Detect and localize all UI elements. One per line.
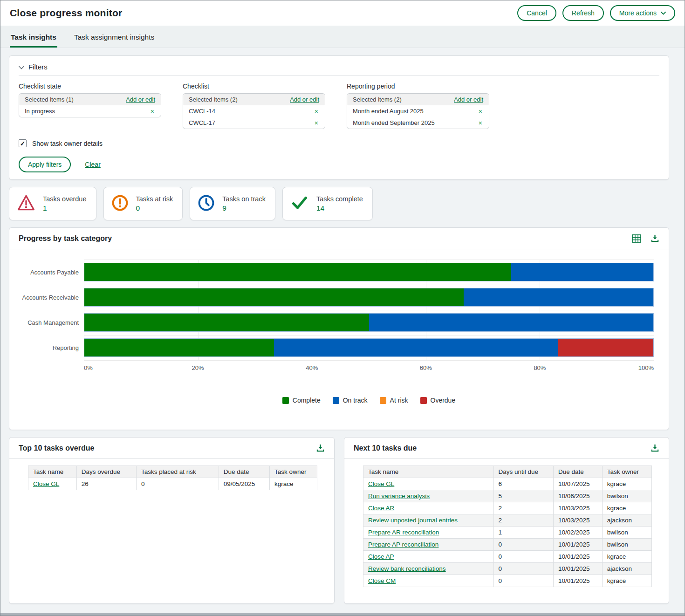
stacked-bar (84, 263, 654, 281)
axis-tick-label: 100% (638, 364, 654, 371)
page-title: Close progress monitor (10, 7, 122, 19)
kpi-value: 14 (316, 204, 363, 212)
legend-swatch (380, 397, 386, 404)
download-icon[interactable] (316, 444, 325, 452)
remove-item-icon[interactable]: × (478, 109, 483, 114)
selected-items-count: Selected items (2) (353, 96, 402, 103)
table-cell: kgrace (602, 502, 651, 514)
add-or-edit-link[interactable]: Add or edit (454, 96, 483, 103)
selected-item: In progress× (19, 105, 161, 117)
kpi-value: 9 (222, 204, 266, 212)
table-cell: 10/03/2025 (553, 502, 602, 514)
progress-by-category-panel: Progress by task category Accounts Payab… (9, 227, 669, 430)
table-cell: ajackson (602, 563, 651, 575)
download-icon[interactable] (651, 444, 659, 452)
check-icon (290, 194, 309, 213)
remove-item-icon[interactable]: × (314, 109, 319, 114)
table-cell: 5 (493, 490, 553, 502)
table-row: Close GL610/07/2025kgrace (363, 478, 652, 490)
column-header: Days until due (493, 466, 553, 478)
chart-row-cash-management (84, 310, 654, 335)
more-actions-button[interactable]: More actions (610, 5, 675, 21)
legend-swatch (420, 397, 427, 404)
table-cell: kgrace (602, 575, 651, 587)
tab-task-assignment-insights[interactable]: Task assignment insights (73, 26, 155, 48)
overdue-tasks-table: Task nameDays overdueTasks placed at ris… (28, 465, 317, 490)
bar-segment-complete[interactable] (84, 314, 369, 331)
axis-tick-label: 20% (192, 364, 204, 371)
remove-item-icon[interactable]: × (150, 109, 155, 114)
task-link[interactable]: Close GL (368, 480, 394, 487)
bar-segment-complete[interactable] (84, 263, 511, 281)
table-row: Review bank reconciliations010/01/2025aj… (363, 563, 652, 575)
chart-row-accounts-receivable (84, 285, 654, 310)
kpi-value: 1 (43, 204, 87, 212)
percent-axis: 0%20%40%60%80%100% (84, 360, 654, 377)
task-name-cell: Run variance analysis (363, 490, 494, 502)
bar-segment-complete[interactable] (84, 339, 274, 356)
table-header-row: Task nameDays overdueTasks placed at ris… (28, 466, 317, 478)
selected-item-label: Month ended September 2025 (353, 119, 435, 126)
close-progress-monitor-window: Close progress monitor Cancel Refresh Mo… (0, 0, 685, 616)
tab-task-insights[interactable]: Task insights (10, 26, 57, 48)
bar-segment-on-track[interactable] (511, 263, 653, 281)
divider (19, 75, 659, 75)
refresh-button[interactable]: Refresh (562, 5, 604, 21)
cancel-button[interactable]: Cancel (517, 5, 556, 21)
task-link[interactable]: Prepare AR reconciliation (368, 529, 439, 536)
bar-segment-overdue[interactable] (558, 339, 653, 356)
column-header: Task owner (602, 466, 651, 478)
legend-item-overdue: Overdue (420, 397, 456, 404)
selected-items-header: Selected items (2)Add or edit (183, 94, 325, 105)
add-or-edit-link[interactable]: Add or edit (126, 96, 155, 103)
table-cell: bwilson (602, 490, 651, 502)
task-link[interactable]: Close AP (368, 553, 394, 560)
clear-filters-link[interactable]: Clear (85, 161, 100, 168)
task-link[interactable]: Review bank reconciliations (368, 565, 446, 572)
kpi-label: Tasks at risk (136, 195, 173, 203)
task-name-cell: Prepare AP reconciliation (363, 539, 494, 551)
horizontal-scrollbar[interactable] (0, 613, 685, 616)
chevron-down-icon (19, 63, 24, 71)
category-label: Accounts Payable (9, 260, 84, 285)
bar-segment-on-track[interactable] (274, 339, 559, 356)
checkbox-icon[interactable]: ✓ (19, 139, 27, 147)
overdue-panel-header: Top 10 tasks overdue (9, 438, 334, 459)
legend-item-complete: Complete (282, 397, 321, 404)
table-cell: 0 (493, 551, 553, 563)
kpi-text: Tasks overdue1 (43, 195, 87, 212)
kpi-card-tasks-on-track: Tasks on track9 (190, 187, 275, 220)
filters-collapse-header[interactable]: Filters (19, 62, 659, 72)
download-icon[interactable] (651, 234, 659, 243)
task-name-cell: Prepare AR reconciliation (363, 527, 494, 539)
selected-item: Month ended August 2025× (347, 105, 489, 117)
table-cell: 0 (136, 478, 219, 490)
task-link[interactable]: Close AR (368, 505, 394, 512)
bar-segment-on-track[interactable] (369, 314, 654, 331)
task-link[interactable]: Close CM (368, 577, 396, 584)
bar-segment-complete[interactable] (84, 288, 464, 306)
kpi-value: 0 (136, 204, 173, 212)
column-header: Task name (363, 466, 494, 478)
gridline (654, 260, 654, 360)
remove-item-icon[interactable]: × (478, 120, 483, 126)
task-link[interactable]: Run variance analysis (368, 493, 430, 500)
table-cell: kgrace (602, 478, 651, 490)
task-link[interactable]: Prepare AP reconciliation (368, 541, 438, 548)
clock-icon (198, 194, 215, 213)
table-cell: 1 (493, 527, 553, 539)
table-view-icon[interactable] (632, 234, 641, 243)
apply-filters-button[interactable]: Apply filters (19, 157, 71, 172)
task-link[interactable]: Close GL (33, 480, 59, 487)
show-task-owner-details-option[interactable]: ✓ Show task owner details (19, 139, 103, 147)
bar-segment-on-track[interactable] (464, 288, 653, 306)
selected-item-label: CWCL-14 (189, 108, 215, 115)
selected-items-header: Selected items (2)Add or edit (347, 94, 489, 105)
task-link[interactable]: Review unposted journal entries (368, 517, 458, 524)
axis-tick-label: 80% (534, 364, 546, 371)
remove-item-icon[interactable]: × (314, 120, 319, 126)
legend-label: On track (343, 397, 368, 404)
add-or-edit-link[interactable]: Add or edit (290, 96, 319, 103)
filters-title: Filters (28, 63, 48, 71)
filter-group-reporting-period: Reporting periodSelected items (2)Add or… (347, 82, 489, 129)
